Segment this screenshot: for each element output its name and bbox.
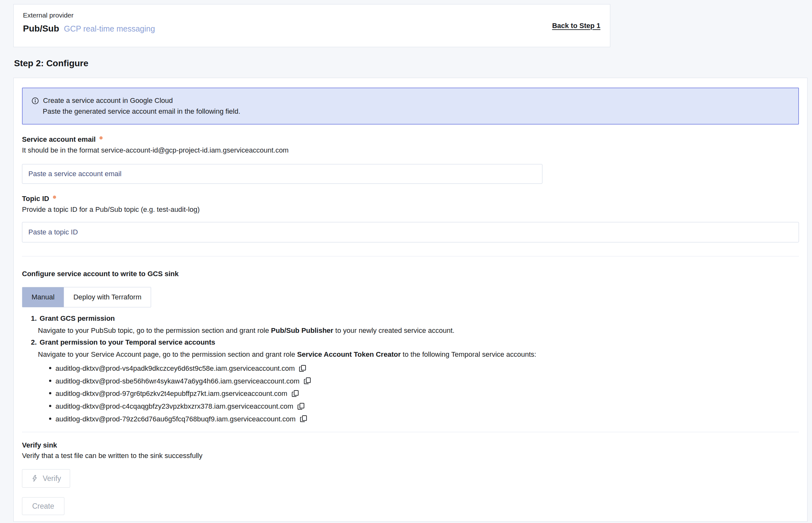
provider-description: GCP real-time messaging xyxy=(64,24,155,33)
copy-icon[interactable] xyxy=(300,415,307,423)
step-number: 2. xyxy=(31,338,37,346)
step-body: Navigate to your Service Account page, g… xyxy=(38,350,799,423)
list-item: auditlog-dktxv@prod-97gr6tp6zkv2t4epubff… xyxy=(55,389,799,398)
verify-sink-description: Verify that a test file can be written t… xyxy=(22,452,799,460)
copy-icon[interactable] xyxy=(297,402,305,410)
tab-manual[interactable]: Manual xyxy=(22,287,64,307)
deploy-method-tabs: Manual Deploy with Terraform xyxy=(22,287,151,307)
info-banner: Create a service account in Google Cloud… xyxy=(22,88,799,125)
section-divider xyxy=(22,256,799,256)
service-account-email: auditlog-dktxv@prod-sbe56h6wr4sykaw47a6y… xyxy=(55,377,300,385)
step-title: Grant permission to your Temporal servic… xyxy=(39,338,215,346)
service-account-email-help: It should be in the format service-accou… xyxy=(22,146,799,155)
service-account-email-label: Service account email xyxy=(22,136,799,144)
instruction-step: 2. Grant permission to your Temporal ser… xyxy=(31,338,799,423)
topic-id-help: Provide a topic ID for a Pub/Sub topic (… xyxy=(22,205,799,214)
required-indicator xyxy=(100,136,103,140)
provider-name: Pub/Sub xyxy=(23,23,59,34)
verify-button[interactable]: Verify xyxy=(22,469,70,488)
manual-instructions: 1. Grant GCS permission Navigate to your… xyxy=(31,314,799,423)
create-button[interactable]: Create xyxy=(22,497,64,515)
step-title: Grant GCS permission xyxy=(39,314,115,323)
service-account-email-input[interactable] xyxy=(22,164,542,184)
section-divider xyxy=(22,432,799,432)
copy-icon[interactable] xyxy=(303,377,311,385)
step-body: Navigate to your PubSub topic, go to the… xyxy=(38,326,799,335)
topic-id-input[interactable] xyxy=(22,222,799,242)
list-item: auditlog-dktxv@prod-vs4padk9dkczcey6d6st… xyxy=(55,363,799,373)
lightning-bolt-icon xyxy=(31,474,38,482)
topic-id-label: Topic ID xyxy=(22,195,799,203)
service-account-email: auditlog-dktxv@prod-c4cqaqgbfzy23vpzkbxz… xyxy=(55,402,293,410)
instruction-step: 1. Grant GCS permission Navigate to your… xyxy=(31,314,799,335)
list-item: auditlog-dktxv@prod-sbe56h6wr4sykaw47a6y… xyxy=(55,376,799,385)
copy-icon[interactable] xyxy=(299,364,306,372)
provider-info: External provider Pub/Sub GCP real-time … xyxy=(14,4,155,47)
copy-icon[interactable] xyxy=(291,390,299,397)
info-icon xyxy=(32,97,39,105)
page-title: Step 2: Configure xyxy=(14,58,88,69)
configure-section-label: Configure service account to write to GC… xyxy=(22,270,799,278)
required-indicator xyxy=(53,196,56,199)
tab-deploy-with-terraform[interactable]: Deploy with Terraform xyxy=(64,287,151,307)
service-account-email: auditlog-dktxv@prod-vs4padk9dkczcey6d6st… xyxy=(55,364,295,372)
verify-sink-label: Verify sink xyxy=(22,441,799,449)
back-to-step-1-link[interactable]: Back to Step 1 xyxy=(552,22,600,30)
list-item: auditlog-dktxv@prod-79z2c6d76au6g5fcq768… xyxy=(55,414,799,423)
banner-body: Paste the generated service account emai… xyxy=(43,107,789,115)
list-item: auditlog-dktxv@prod-c4cqaqgbfzy23vpzkbxz… xyxy=(55,401,799,411)
banner-title: Create a service account in Google Cloud xyxy=(43,96,173,105)
provider-eyebrow: External provider xyxy=(23,12,155,19)
service-account-email: auditlog-dktxv@prod-79z2c6d76au6g5fcq768… xyxy=(55,415,296,423)
service-account-list: auditlog-dktxv@prod-vs4padk9dkczcey6d6st… xyxy=(38,363,799,423)
provider-summary-card: External provider Pub/Sub GCP real-time … xyxy=(13,4,610,47)
step-number: 1. xyxy=(31,314,37,323)
configure-card: Create a service account in Google Cloud… xyxy=(13,78,808,522)
service-account-email: auditlog-dktxv@prod-97gr6tp6zkv2t4epubff… xyxy=(55,390,287,397)
